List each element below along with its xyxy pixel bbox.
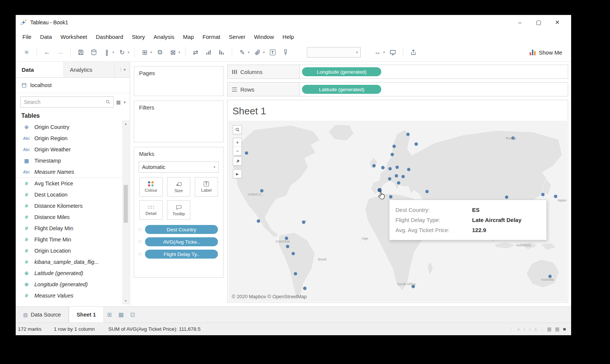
show-me-button[interactable]: Show Me <box>527 48 565 57</box>
mark-type-dropdown[interactable]: Automatic ▾ <box>139 161 219 173</box>
menu-dashboard[interactable]: Dashboard <box>96 34 123 40</box>
fit-selector[interactable]: ▾ <box>307 47 361 58</box>
map-mark[interactable] <box>244 151 249 155</box>
field-measure-names[interactable]: AbcMeasure Names <box>16 166 122 178</box>
save-button[interactable] <box>76 47 86 57</box>
tab-data-source[interactable]: ▤ Data Source <box>16 307 69 323</box>
zoom-in-button[interactable]: + <box>233 138 241 146</box>
connection-row[interactable]: localhost <box>16 78 130 93</box>
field-origin-location[interactable]: #Origin Location <box>16 245 122 256</box>
show-mark-labels-button[interactable]: T <box>268 47 277 57</box>
scrollbar-track[interactable] <box>123 127 129 298</box>
field-kibana-sample-data-flig[interactable]: #kibana_sample_data_flig... <box>16 256 122 268</box>
map-search-button[interactable] <box>233 125 242 134</box>
fit-width-button[interactable]: ↔ <box>373 47 382 57</box>
new-worksheet-tab-button[interactable]: ⊞ <box>104 307 115 323</box>
map-area[interactable]: United S...ColombiaBrazilAlgeIndonesiaAu… <box>228 121 567 302</box>
map-mark[interactable] <box>389 195 393 199</box>
pause-auto-updates-button[interactable]: ∥ <box>102 47 112 57</box>
new-story-tab-button[interactable]: ⊡ <box>127 307 139 323</box>
map-mark[interactable] <box>395 165 399 169</box>
highlight-button-caret[interactable]: ▾ <box>248 50 250 54</box>
menu-data[interactable]: Data <box>40 34 52 40</box>
redo-button[interactable]: → <box>55 47 65 57</box>
columns-shelf-body[interactable]: Longitude (generated) <box>300 65 568 78</box>
sort-descending-button[interactable] <box>217 47 227 57</box>
menu-story[interactable]: Story <box>132 34 145 40</box>
menu-window[interactable]: Window <box>254 34 274 40</box>
new-worksheet-button-caret[interactable]: ▾ <box>150 50 152 54</box>
field-flight-delay-min[interactable]: #Flight Delay Min <box>16 223 122 234</box>
tab-data[interactable]: Data <box>16 62 64 77</box>
share-workbook-button[interactable] <box>409 47 418 57</box>
data-pane-options-button[interactable]: ⋮▾ <box>115 62 130 77</box>
new-dashboard-tab-button[interactable]: ▦ <box>115 307 127 323</box>
menu-analysis[interactable]: Analysis <box>154 34 175 40</box>
pages-card[interactable]: Pages <box>134 66 224 96</box>
map-mark[interactable] <box>397 181 401 185</box>
new-worksheet-button[interactable]: ⊞ <box>140 47 150 57</box>
size-button[interactable]: Size <box>167 177 190 197</box>
menu-server[interactable]: Server <box>229 34 245 40</box>
field-timestamp[interactable]: ▦Timestamp <box>16 155 122 166</box>
map-mark[interactable] <box>390 152 394 157</box>
tab-analytics[interactable]: Analytics <box>64 62 115 77</box>
field-avg-ticket-price[interactable]: #Avg Ticket Price <box>16 178 122 189</box>
map-pin-button[interactable] <box>233 157 242 166</box>
tab-sheet1[interactable]: Sheet 1 <box>69 307 104 323</box>
map-mark[interactable] <box>414 142 418 146</box>
swap-rows-columns-button[interactable]: ⇄ <box>191 47 200 57</box>
menu-format[interactable]: Format <box>203 34 221 40</box>
tableau-logo-icon[interactable]: ✳ <box>22 47 31 57</box>
field-distance-miles[interactable]: #Distance Miles <box>16 212 122 223</box>
map-mark[interactable] <box>293 272 298 276</box>
maximize-button[interactable]: ▢ <box>529 18 548 27</box>
field-distance-kilometers[interactable]: #Distance Kilometers <box>16 200 122 212</box>
detail-button[interactable]: ∷∷ Detail <box>139 200 163 220</box>
filters-card[interactable]: Filters <box>134 101 224 142</box>
label-button[interactable]: T Label <box>195 177 218 197</box>
clear-sheet-button[interactable]: ⊠ <box>168 47 178 57</box>
map-mark[interactable] <box>401 175 405 179</box>
highlight-button[interactable]: ✎ <box>237 47 247 57</box>
menu-file[interactable]: File <box>22 34 31 40</box>
pan-arrow-icon[interactable]: ▸ <box>233 170 241 178</box>
duplicate-sheet-button[interactable]: ⧉ <box>155 47 165 57</box>
group-members-button-caret[interactable]: ▾ <box>263 50 265 54</box>
map-mark[interactable] <box>381 166 385 170</box>
field-longitude-generated[interactable]: ⊕Longitude (generated) <box>16 279 122 290</box>
map-mark[interactable] <box>541 192 545 197</box>
run-auto-update-button[interactable]: ↻ <box>117 47 127 57</box>
menu-worksheet[interactable]: Worksheet <box>61 34 87 40</box>
scroll-up-icon[interactable]: ▲ <box>124 121 127 127</box>
field-latitude-generated[interactable]: ⊕Latitude (generated) <box>16 268 122 279</box>
zoom-out-button[interactable]: − <box>233 146 241 155</box>
view-grid-icon[interactable]: ▦ <box>116 99 121 105</box>
marks-pill[interactable]: Flight Delay Ty.. <box>145 250 218 259</box>
run-auto-update-button-caret[interactable]: ▾ <box>128 50 130 54</box>
fix-axes-button[interactable] <box>281 47 290 57</box>
map-mark[interactable] <box>286 244 290 249</box>
map-mark[interactable] <box>291 252 295 256</box>
scrollbar-thumb[interactable] <box>124 185 128 223</box>
sort-ascending-button[interactable] <box>204 47 213 57</box>
field-flight-time-min[interactable]: #Flight Time Min <box>16 234 122 245</box>
marks-pill[interactable]: Dest Country <box>145 225 218 234</box>
undo-button[interactable]: ← <box>42 47 52 57</box>
clear-sheet-button-caret[interactable]: ▾ <box>179 50 181 54</box>
map-mark[interactable] <box>303 286 307 290</box>
map-mark[interactable] <box>505 195 509 199</box>
tooltip-button[interactable]: Tooltip <box>167 200 190 220</box>
minimize-button[interactable]: – <box>511 18 529 27</box>
menu-help[interactable]: Help <box>283 34 294 40</box>
map-mark[interactable] <box>554 194 558 198</box>
search-options-caret-icon[interactable]: ▾ <box>123 100 126 104</box>
group-members-button[interactable] <box>253 47 262 57</box>
show-filmstrip-icon[interactable]: ▦ <box>555 326 560 332</box>
next-tab-icon[interactable]: › <box>529 326 530 332</box>
rows-shelf-body[interactable]: Latitude (generated) <box>300 83 568 96</box>
pause-auto-updates-button-caret[interactable]: ▾ <box>113 50 114 54</box>
search-input[interactable] <box>23 99 104 105</box>
close-button[interactable]: ✕ <box>548 18 567 27</box>
prev-tab-icon[interactable]: ‹ <box>524 326 525 332</box>
